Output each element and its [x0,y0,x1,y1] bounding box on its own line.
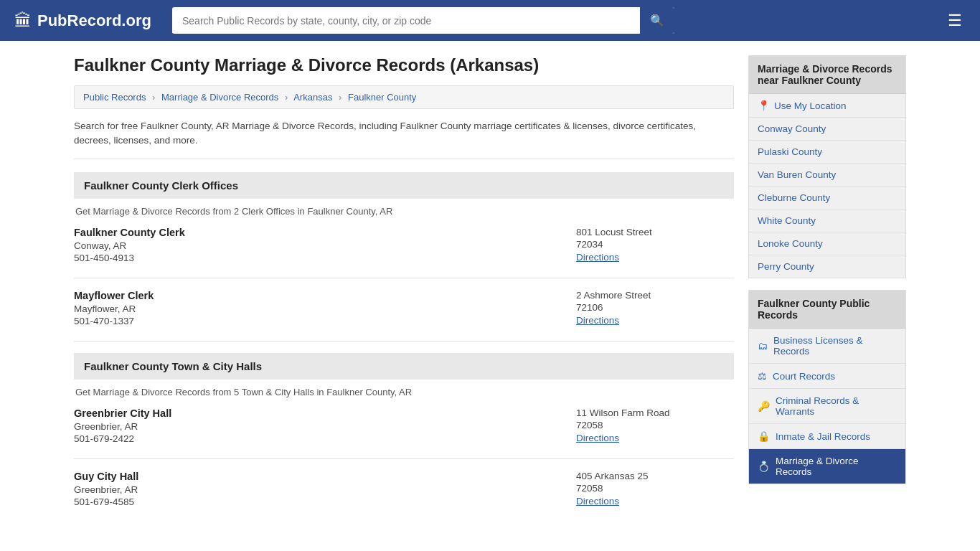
list-item-inmate: 🔒 Inmate & Jail Records [749,424,905,449]
directions-link-greenbrier[interactable]: Directions [576,433,619,443]
office-info-faulkner-clerk: Faulkner County Clerk Conway, AR 501-450… [74,227,576,263]
search-input[interactable] [172,9,640,33]
breadcrumb-sep-3: › [339,92,341,103]
county-link-pulaski[interactable]: Pulaski County [749,141,905,163]
breadcrumb-link-marriage[interactable]: Marriage & Divorce Records [161,92,278,103]
record-label-inmate: Inmate & Jail Records [776,431,870,442]
office-card-faulkner-clerk: Faulkner County Clerk Conway, AR 501-450… [74,227,734,263]
county-link-perry[interactable]: Perry County [749,255,905,278]
breadcrumb-link-faulkner[interactable]: Faulkner County [348,92,416,103]
record-link-court[interactable]: ⚖ Court Records [749,364,905,388]
office-address-mayflower: 2 Ashmore Street 72106 Directions [576,290,734,326]
office-address-greenbrier: 11 Wilson Farm Road 72058 Directions [576,408,734,444]
search-bar: 🔍 [172,7,674,34]
office-street: 801 Locust Street [576,227,734,237]
office-city: Greenbrier, AR [74,421,576,432]
main-content: Faulkner County Marriage & Divorce Recor… [74,55,734,522]
office-info-guy: Guy City Hall Greenbrier, AR 501-679-458… [74,471,576,507]
office-zip: 72106 [576,302,734,313]
logo-text: PubRecord.org [37,11,151,30]
main-container: Faulkner County Marriage & Divorce Recor… [60,41,920,536]
public-records-list: 🗂 Business Licenses & Records ⚖ Court Re… [749,329,905,484]
office-phone: 501-679-2422 [74,433,576,444]
county-link-lonoke[interactable]: Lonoke County [749,232,905,255]
list-item: Conway County [749,118,905,141]
office-city: Mayflower, AR [74,303,576,314]
office-divider-3 [74,458,734,459]
scales-icon: ⚖ [758,370,767,382]
county-link-white[interactable]: White County [749,209,905,232]
search-icon: 🔍 [650,14,664,27]
office-info-greenbrier: Greenbrier City Hall Greenbrier, AR 501-… [74,408,576,444]
clerk-offices-section-desc: Get Marriage & Divorce Records from 2 Cl… [74,206,734,217]
record-label-business: Business Licenses & Records [773,335,897,357]
search-button[interactable]: 🔍 [640,7,674,34]
list-item-business: 🗂 Business Licenses & Records [749,329,905,364]
nearby-counties-box: Marriage & Divorce Records near Faulkner… [748,55,906,278]
record-link-criminal[interactable]: 🔑 Criminal Records & Warrants [749,389,905,423]
list-item-court: ⚖ Court Records [749,364,905,389]
breadcrumb-sep-2: › [285,92,288,103]
office-card-mayflower: Mayflower Clerk Mayflower, AR 501-470-13… [74,290,734,326]
record-link-inmate[interactable]: 🔒 Inmate & Jail Records [749,424,905,448]
record-link-marriage[interactable]: 💍 Marriage & Divorce Records [749,449,905,484]
office-city: Greenbrier, AR [74,484,576,495]
public-records-box: Faulkner County Public Records 🗂 Busines… [748,290,906,484]
page-description: Search for free Faulkner County, AR Marr… [74,119,734,159]
breadcrumb-sep-1: › [152,92,155,103]
office-street: 2 Ashmore Street [576,290,734,301]
county-link-conway[interactable]: Conway County [749,118,905,140]
list-item: Perry County [749,255,905,278]
lock-icon: 🔒 [758,430,770,442]
record-label-criminal: Criminal Records & Warrants [776,395,897,417]
office-zip: 72058 [576,483,734,494]
list-item: Van Buren County [749,164,905,187]
office-name: Guy City Hall [74,471,576,482]
office-address-faulkner-clerk: 801 Locust Street 72034 Directions [576,227,734,263]
city-halls-section-header: Faulkner County Town & City Halls [74,353,734,380]
site-logo[interactable]: 🏛 PubRecord.org [14,11,158,31]
office-info-mayflower: Mayflower Clerk Mayflower, AR 501-470-13… [74,290,576,326]
nearby-counties-title: Marriage & Divorce Records near Faulkner… [749,56,905,94]
key-icon: 🔑 [758,400,770,412]
use-my-location-label: Use My Location [774,100,847,111]
office-zip: 72058 [576,420,734,430]
list-item: Lonoke County [749,232,905,255]
office-name: Mayflower Clerk [74,290,576,301]
city-halls-section-desc: Get Marriage & Divorce Records from 5 To… [74,387,734,397]
office-city: Conway, AR [74,240,576,251]
record-link-business[interactable]: 🗂 Business Licenses & Records [749,329,905,363]
sidebar: Marriage & Divorce Records near Faulkner… [748,55,906,522]
briefcase-icon: 🗂 [758,340,768,352]
office-street: 11 Wilson Farm Road [576,408,734,418]
use-my-location[interactable]: 📍 Use My Location [749,94,905,118]
office-card-guy: Guy City Hall Greenbrier, AR 501-679-458… [74,471,734,507]
page-title: Faulkner County Marriage & Divorce Recor… [74,55,734,75]
county-link-cleburne[interactable]: Cleburne County [749,187,905,209]
menu-button[interactable]: ☰ [944,8,966,34]
building-icon: 🏛 [14,11,32,31]
county-link-vanburen[interactable]: Van Buren County [749,164,905,186]
hamburger-icon: ☰ [948,11,962,29]
list-item-marriage: 💍 Marriage & Divorce Records [749,449,905,484]
directions-link-mayflower[interactable]: Directions [576,315,619,326]
record-label-marriage: Marriage & Divorce Records [776,456,897,477]
record-label-court: Court Records [773,371,835,382]
public-records-title: Faulkner County Public Records [749,291,905,329]
office-name: Faulkner County Clerk [74,227,576,238]
office-phone: 501-679-4585 [74,496,576,507]
directions-link-guy[interactable]: Directions [576,496,619,507]
nearby-counties-list: Conway County Pulaski County Van Buren C… [749,118,905,278]
list-item-criminal: 🔑 Criminal Records & Warrants [749,389,905,424]
clerk-offices-section-header: Faulkner County Clerk Offices [74,172,734,199]
breadcrumb-link-public-records[interactable]: Public Records [83,92,146,103]
breadcrumb: Public Records › Marriage & Divorce Reco… [74,85,734,109]
office-address-guy: 405 Arkansas 25 72058 Directions [576,471,734,507]
list-item: White County [749,209,905,232]
office-name: Greenbrier City Hall [74,408,576,419]
office-street: 405 Arkansas 25 [576,471,734,481]
location-pin-icon: 📍 [758,100,770,111]
breadcrumb-link-arkansas[interactable]: Arkansas [293,92,332,103]
office-phone: 501-470-1337 [74,316,576,326]
directions-link-faulkner-clerk[interactable]: Directions [576,252,619,263]
